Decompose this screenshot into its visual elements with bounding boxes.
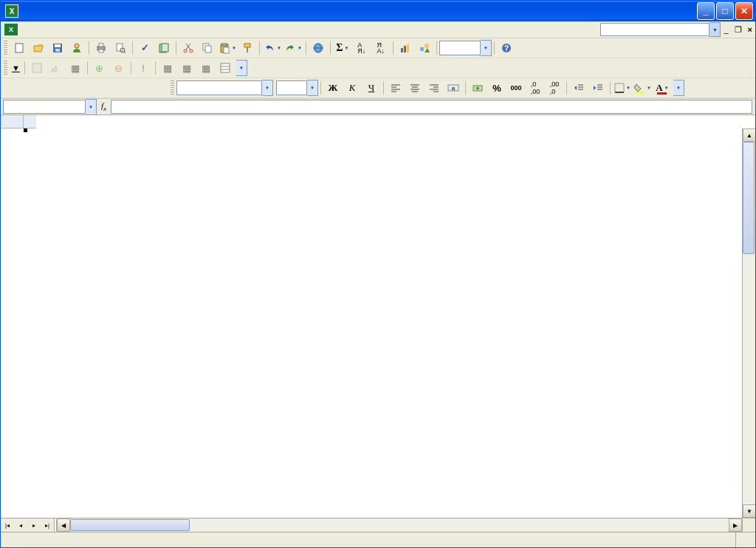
fill-color-button[interactable]: ▼ [633,79,652,97]
svg-rect-18 [205,46,211,52]
chart-wizard-button[interactable] [396,39,414,57]
percent-button[interactable]: % [488,79,506,97]
toolbar-grip[interactable] [4,41,7,55]
font-name-combo[interactable] [176,81,262,95]
svg-point-55 [476,87,479,90]
format-painter-button[interactable] [238,39,256,57]
svg-point-4 [75,44,79,48]
tab-next-button[interactable]: ▸ [27,519,41,531]
toolbar-grip[interactable] [4,61,7,75]
fill-handle[interactable] [24,129,27,132]
window-close-button[interactable]: ✕ [735,2,753,20]
doc-restore-button[interactable]: ❐ [732,23,745,37]
pivot-refresh-button[interactable]: ! [134,59,152,77]
paste-button[interactable]: ▼ [218,39,237,57]
permission-button[interactable] [68,39,86,57]
toolbar-grip[interactable] [171,81,174,95]
select-all-corner[interactable] [1,115,24,129]
pivot-fieldlist-button[interactable] [216,59,234,77]
increase-indent-button[interactable] [589,79,607,97]
pivot-include-button[interactable]: ▦ [159,59,176,77]
open-button[interactable] [30,39,47,57]
tab-nav: |◂ ◂ ▸ ▸| [1,518,55,532]
svg-rect-2 [55,44,61,47]
pivot-show-detail-button[interactable]: ⊕ [91,59,109,77]
pivot-toolbar-options[interactable]: ▼ [236,60,247,76]
pivot-hide-detail-button[interactable]: ⊖ [110,59,128,77]
increase-decimal-button[interactable]: ,0,00 [526,79,544,97]
redo-button[interactable]: ▼ [284,39,303,57]
print-preview-button[interactable] [111,39,129,57]
zoom-dropdown[interactable]: ▼ [481,40,492,56]
window-maximize-button[interactable]: □ [716,2,734,20]
scroll-up-button[interactable]: ▲ [743,129,755,142]
doc-close-button[interactable]: × [745,23,755,36]
scroll-left-button[interactable]: ◀ [57,518,70,532]
formatting-toolbar: ▼ ▼ Ж К Ч a % 000 ,0,00 ,00,0 ▼ ▼ А▼ [1,78,755,98]
svg-text:?: ? [504,44,509,52]
help-button[interactable]: ? [498,39,515,57]
align-center-button[interactable] [406,79,424,97]
spelling-button[interactable]: ✓ [136,39,154,57]
hyperlink-button[interactable] [309,39,327,57]
pivot-table-label[interactable]: ▼ [10,64,22,72]
cut-button[interactable] [179,39,197,57]
help-question-dropdown[interactable]: ▼ [709,22,721,37]
pivot-format-report-button[interactable] [28,59,46,77]
vertical-scrollbar[interactable]: ▲ ▼ [742,129,755,518]
print-button[interactable] [92,39,110,57]
underline-button[interactable]: Ч [362,79,380,97]
comma-button[interactable]: 000 [507,79,525,97]
tab-first-button[interactable]: |◂ [1,519,14,531]
name-box-dropdown[interactable]: ▼ [86,99,97,115]
pivot-hide-button[interactable]: ▦ [66,59,84,77]
autosum-button[interactable]: Σ▼ [334,39,351,57]
pivot-chart-button[interactable] [47,59,65,77]
svg-rect-64 [635,92,645,93]
help-question-box[interactable] [600,23,709,36]
tab-last-button[interactable]: ▸| [41,519,54,531]
copy-button[interactable] [199,39,216,57]
formatting-toolbar-options[interactable]: ▼ [673,80,684,96]
font-size-combo[interactable] [276,81,307,95]
drawing-button[interactable] [416,39,433,57]
italic-button[interactable]: К [343,79,361,97]
undo-button[interactable]: ▼ [263,39,282,57]
research-button[interactable] [155,39,173,57]
font-size-dropdown[interactable]: ▼ [307,80,318,96]
horizontal-scrollbar[interactable]: ◀ ▶ [56,519,742,531]
doc-minimize-button[interactable]: _ [721,23,731,36]
name-box[interactable] [3,100,86,114]
sort-desc-button[interactable]: ЯА↓ [372,39,390,57]
currency-button[interactable] [469,79,487,97]
svg-rect-27 [401,48,403,52]
sort-asc-button[interactable]: АЯ↓ [353,39,371,57]
tab-prev-button[interactable]: ◂ [14,519,27,531]
new-button[interactable] [10,39,28,57]
borders-button[interactable]: ▼ [614,79,631,97]
svg-rect-35 [52,68,54,72]
decrease-indent-button[interactable] [570,79,588,97]
svg-rect-8 [117,44,123,51]
formula-bar[interactable] [111,100,752,114]
save-button[interactable] [49,39,66,57]
font-name-dropdown[interactable]: ▼ [262,80,273,96]
merge-center-button[interactable]: a [444,79,462,97]
scroll-right-button[interactable]: ▶ [729,518,742,532]
decrease-decimal-button[interactable]: ,00,0 [546,79,563,97]
bold-button[interactable]: Ж [324,79,342,97]
align-right-button[interactable] [425,79,443,97]
svg-rect-7 [99,49,103,52]
pivot-field-button[interactable]: ▦ [197,59,215,77]
spreadsheet-grid[interactable] [24,129,742,518]
insert-function-button[interactable]: fx [97,101,111,112]
svg-rect-28 [404,46,406,52]
svg-rect-34 [32,64,41,72]
zoom-combo[interactable] [439,41,481,55]
window-minimize-button[interactable]: _ [697,2,715,20]
font-color-button[interactable]: А▼ [653,79,671,97]
scroll-down-button[interactable]: ▼ [743,504,755,518]
align-left-button[interactable] [387,79,405,97]
svg-rect-65 [657,92,667,95]
pivot-settings-button[interactable]: ▦ [178,59,196,77]
